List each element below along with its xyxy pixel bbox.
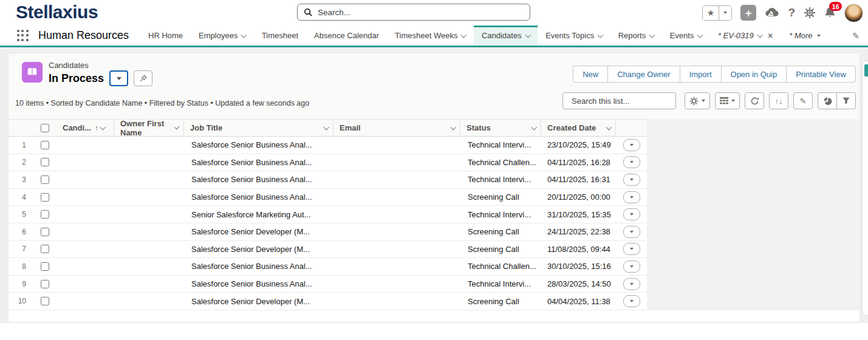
row-actions-button[interactable] <box>623 278 640 290</box>
select-all-checkbox[interactable] <box>41 124 49 132</box>
candidate-name-cell[interactable] <box>56 189 114 206</box>
row-checkbox[interactable] <box>41 262 49 271</box>
column-header-email[interactable]: Email <box>333 120 460 136</box>
close-icon[interactable]: ✕ <box>767 32 773 40</box>
list-settings-button[interactable] <box>685 92 710 109</box>
caret-down-icon <box>630 283 634 285</box>
import-button[interactable]: Import <box>680 66 722 83</box>
email-cell <box>333 276 460 293</box>
star-icon[interactable]: ★ <box>703 6 719 20</box>
tab-events[interactable]: Events <box>662 25 710 46</box>
row-checkbox[interactable] <box>41 175 49 184</box>
chevron-down-icon[interactable] <box>323 124 329 129</box>
created-date-cell: 31/10/2025, 15:35 <box>541 206 616 223</box>
change-owner-button[interactable]: Change Owner <box>607 66 680 83</box>
row-checkbox-cell <box>33 137 56 154</box>
row-number: 1 <box>9 137 33 154</box>
column-header-created-date[interactable]: Created Date <box>541 120 616 136</box>
row-checkbox[interactable] <box>41 141 49 149</box>
tab-more[interactable]: * More <box>781 25 828 46</box>
pin-list-button[interactable] <box>134 70 152 86</box>
candidate-name-cell[interactable] <box>56 171 114 188</box>
candidate-name-cell[interactable] <box>56 241 114 258</box>
chevron-down-icon[interactable] <box>531 124 536 129</box>
global-search[interactable] <box>297 4 530 21</box>
tab-candidates[interactable]: Candidates <box>474 25 538 46</box>
list-search[interactable] <box>562 92 676 109</box>
row-actions-cell <box>616 223 647 240</box>
charts-button[interactable] <box>818 92 837 109</box>
global-actions-button[interactable]: + <box>740 5 756 21</box>
filter-button[interactable] <box>836 92 856 109</box>
candidate-name-cell[interactable] <box>56 258 114 275</box>
row-actions-cell <box>616 137 647 154</box>
candidate-name-cell[interactable] <box>56 154 114 171</box>
column-header-status[interactable]: Status <box>460 120 541 136</box>
created-date-cell: 23/10/2025, 15:49 <box>541 137 616 154</box>
row-actions-button[interactable] <box>623 243 640 255</box>
tab-absence-calendar[interactable]: Absence Calendar <box>306 25 387 46</box>
row-actions-button[interactable] <box>623 208 640 220</box>
nav-edit-pencil-icon[interactable]: ✎ <box>852 31 859 41</box>
tab-reports[interactable]: Reports <box>610 25 662 46</box>
candidate-name-cell[interactable] <box>56 137 114 154</box>
open-in-quip-button[interactable]: Open in Quip <box>721 66 787 83</box>
row-actions-button[interactable] <box>623 260 640 273</box>
candidate-name-cell[interactable] <box>56 206 114 223</box>
row-checkbox[interactable] <box>41 158 49 166</box>
owner-first-name-cell <box>114 189 184 206</box>
row-checkbox[interactable] <box>41 228 49 236</box>
list-search-input[interactable] <box>572 97 678 106</box>
candidate-name-cell[interactable] <box>56 276 114 293</box>
row-checkbox-cell <box>33 276 56 293</box>
help-button[interactable]: ? <box>788 6 795 19</box>
notifications-button[interactable]: 16 <box>824 7 836 19</box>
candidate-name-cell[interactable] <box>56 293 114 310</box>
user-avatar[interactable] <box>844 4 863 22</box>
trailhead-icon[interactable] <box>765 7 779 19</box>
row-actions-cell <box>616 154 647 171</box>
list-view-selector-button[interactable] <box>109 70 128 86</box>
candidates-table: Candi...↑ Owner First Name Job Title Ema… <box>9 119 647 310</box>
new-button[interactable]: New <box>573 66 608 83</box>
sort-button[interactable]: ↑↓ <box>769 92 788 109</box>
setup-gear-button[interactable] <box>804 7 816 19</box>
column-header-job-title[interactable]: Job Title <box>184 120 333 136</box>
tab-timesheet[interactable]: Timesheet <box>254 25 306 46</box>
tab-events-topics[interactable]: Events Topics <box>538 25 610 46</box>
chevron-down-icon <box>723 12 727 14</box>
nav-tabs: HR Home Employees Timesheet Absence Cale… <box>140 25 829 46</box>
refresh-button[interactable] <box>745 92 764 109</box>
list-summary: 10 items • Sorted by Candidate Name • Fi… <box>15 99 309 107</box>
display-as-button[interactable] <box>715 92 740 109</box>
candidate-name-cell[interactable] <box>56 223 114 240</box>
favorites-dropdown-button[interactable] <box>719 6 731 20</box>
tab-ev-0319[interactable]: * EV-0319✕ <box>710 25 781 46</box>
printable-view-button[interactable]: Printable View <box>786 66 856 83</box>
column-header-owner-first-name[interactable]: Owner First Name <box>114 120 184 136</box>
chevron-down-icon[interactable] <box>606 124 611 129</box>
email-cell <box>333 137 460 154</box>
column-header-candidate[interactable]: Candi...↑ <box>56 120 114 136</box>
app-launcher-icon[interactable] <box>17 30 29 41</box>
row-actions-button[interactable] <box>623 174 640 186</box>
tab-hr-home[interactable]: HR Home <box>140 25 191 46</box>
tab-employees[interactable]: Employees <box>191 25 254 46</box>
row-actions-button[interactable] <box>623 295 640 307</box>
email-cell <box>333 154 460 171</box>
row-actions-button[interactable] <box>623 139 640 151</box>
row-checkbox[interactable] <box>41 210 49 219</box>
chevron-down-icon[interactable] <box>450 124 456 129</box>
row-actions-button[interactable] <box>623 226 640 238</box>
inline-edit-button[interactable]: ✎ <box>793 92 813 109</box>
row-checkbox[interactable] <box>41 245 49 253</box>
row-checkbox[interactable] <box>41 193 49 202</box>
row-checkbox[interactable] <box>41 297 49 305</box>
global-search-input[interactable] <box>318 8 524 17</box>
favorites-button[interactable]: ★ <box>702 5 733 21</box>
row-actions-button[interactable] <box>623 156 640 168</box>
row-actions-button[interactable] <box>623 191 640 203</box>
tab-timesheet-weeks[interactable]: Timesheet Weeks <box>387 25 474 46</box>
row-checkbox[interactable] <box>41 280 49 288</box>
chevron-down-icon[interactable] <box>100 124 106 129</box>
